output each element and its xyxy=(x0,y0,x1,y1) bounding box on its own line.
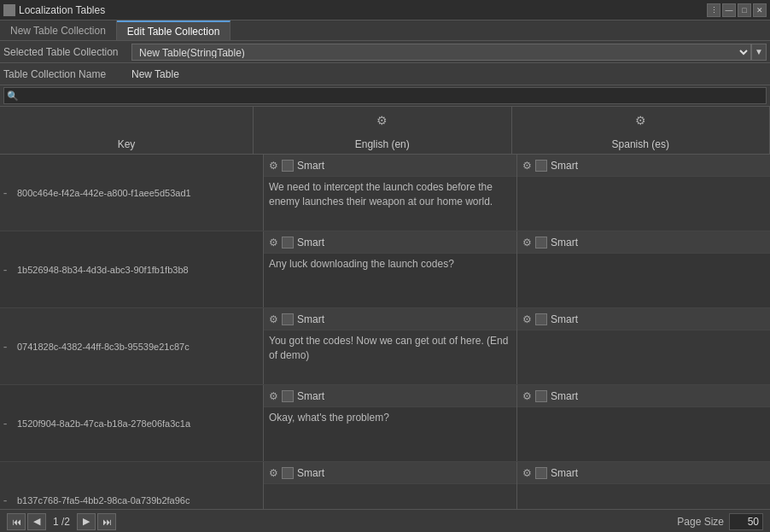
english-gear-icon[interactable]: ⚙ xyxy=(376,114,388,127)
page-size-label: Page Size xyxy=(677,516,724,528)
row-english-text[interactable]: We need to intercept the launch codes be… xyxy=(264,177,516,231)
row-spanish-text[interactable] xyxy=(517,484,770,509)
search-icon: 🔍 xyxy=(7,91,19,102)
collection-name-value: New Table xyxy=(131,68,767,80)
row-minus-btn[interactable]: - xyxy=(0,462,10,509)
tab-edit-table-collection[interactable]: Edit Table Collection xyxy=(117,20,231,40)
spanish-gear-row: ⚙ xyxy=(635,110,646,131)
page-indicator: 1 /2 xyxy=(48,516,75,528)
gear-small-icon-es: ⚙ xyxy=(522,390,532,402)
maximize-btn[interactable]: □ xyxy=(738,3,751,17)
row-key-cell: 1b526948-8b34-4d3d-abc3-90f1fb1fb3b8 xyxy=(10,231,264,307)
search-row: 🔍 xyxy=(0,85,770,107)
row-english-text[interactable]: You got the codes! Now we can get out of… xyxy=(264,330,516,384)
collection-name-label: Table Collection Name xyxy=(3,68,131,80)
smart-checkbox-es[interactable] xyxy=(535,467,547,479)
row-key-cell: b137c768-7fa5-4bb2-98ca-0a739b2fa96c xyxy=(10,462,264,509)
key-column-header: Key xyxy=(0,107,254,154)
smart-checkbox-en[interactable] xyxy=(282,237,294,248)
smart-checkbox-es[interactable] xyxy=(535,237,547,248)
smart-label-es: Smart xyxy=(551,237,578,248)
smart-label-en: Smart xyxy=(297,467,324,479)
table-row: - 1520f904-8a2b-47ca-b18a-278e06fa3c1a ⚙… xyxy=(0,385,770,462)
row-english-cell: ⚙ Smart Okay, what's the problem? xyxy=(264,385,517,461)
row-spanish-text[interactable] xyxy=(517,330,770,384)
row-english-text[interactable]: Any luck downloading the launch codes? xyxy=(264,254,516,307)
search-input[interactable] xyxy=(3,87,767,104)
gear-small-icon: ⚙ xyxy=(269,313,278,325)
first-page-btn[interactable]: ⏮ xyxy=(7,513,26,530)
row-spanish-cell: ⚙ Smart xyxy=(517,308,770,384)
row-minus-btn[interactable]: - xyxy=(0,231,10,307)
table-container: Key ⚙ English (en) ⚙ Spanish (es) - 800c… xyxy=(0,107,770,509)
row-minus-btn[interactable]: - xyxy=(0,308,10,384)
row-minus-btn[interactable]: - xyxy=(0,155,10,231)
row-spanish-text[interactable] xyxy=(517,177,770,231)
row-spanish-cell: ⚙ Smart xyxy=(517,385,770,461)
row-spanish-text[interactable] xyxy=(517,407,770,461)
smart-label-es: Smart xyxy=(551,160,578,172)
collection-name-row: Table Collection Name New Table xyxy=(0,63,770,85)
selected-collection-dropdown[interactable]: New Table(StringTable) xyxy=(131,44,751,61)
row-key-cell: 0741828c-4382-44ff-8c3b-95539e21c87c xyxy=(10,308,264,384)
table-row: - 800c464e-f42a-442e-a800-f1aee5d53ad1 ⚙… xyxy=(0,155,770,231)
gear-small-icon-es: ⚙ xyxy=(522,160,532,172)
tab-new-table-collection[interactable]: New Table Collection xyxy=(0,20,117,40)
spanish-label: Spanish (es) xyxy=(612,138,669,150)
english-label: English (en) xyxy=(355,138,410,150)
smart-label-en: Smart xyxy=(297,313,324,325)
english-gear-row: ⚙ xyxy=(376,110,388,131)
context-menu-btn[interactable]: ⋮ xyxy=(707,3,720,17)
next-page-btn[interactable]: ▶ xyxy=(77,513,96,530)
smart-checkbox-en[interactable] xyxy=(282,313,294,325)
smart-checkbox-es[interactable] xyxy=(535,160,547,172)
english-column-header: ⚙ English (en) xyxy=(254,107,512,154)
search-wrapper: 🔍 xyxy=(3,87,767,104)
smart-label-en: Smart xyxy=(297,160,324,172)
smart-label-en: Smart xyxy=(297,237,324,248)
table-row: - 1b526948-8b34-4d3d-abc3-90f1fb1fb3b8 ⚙… xyxy=(0,231,770,308)
last-page-btn[interactable]: ⏭ xyxy=(97,513,116,530)
smart-checkbox-es[interactable] xyxy=(535,390,547,402)
page-size-input[interactable] xyxy=(729,513,763,530)
smart-checkbox-en[interactable] xyxy=(282,390,294,402)
selected-collection-row: Selected Table Collection New Table(Stri… xyxy=(0,41,770,63)
pagination-controls: ⏮ ◀ 1 /2 ▶ ⏭ xyxy=(7,513,116,530)
row-english-cell: ⚙ Smart Any luck downloading the launch … xyxy=(264,231,517,307)
smart-label-es: Smart xyxy=(551,313,578,325)
window-title: Localization Tables xyxy=(19,4,105,16)
tab-bar: New Table Collection Edit Table Collecti… xyxy=(0,20,770,41)
row-english-cell: ⚙ Smart You got the codes! Now we can ge… xyxy=(264,308,517,384)
gear-small-icon: ⚙ xyxy=(269,390,278,402)
spanish-column-header: ⚙ Spanish (es) xyxy=(512,107,771,154)
window-controls: ⋮ — □ ✕ xyxy=(707,3,767,17)
gear-small-icon: ⚙ xyxy=(269,237,278,248)
row-english-text[interactable]: Okay, what's the problem? xyxy=(264,407,516,461)
smart-checkbox-es[interactable] xyxy=(535,313,547,325)
minimize-btn[interactable]: — xyxy=(722,3,736,17)
gear-small-icon-es: ⚙ xyxy=(522,237,532,248)
pagination-bar: ⏮ ◀ 1 /2 ▶ ⏭ Page Size xyxy=(0,509,770,532)
row-key-cell: 800c464e-f42a-442e-a800-f1aee5d53ad1 xyxy=(10,155,264,231)
row-english-cell: ⚙ Smart xyxy=(264,462,517,509)
spanish-gear-icon[interactable]: ⚙ xyxy=(635,114,646,127)
page-size-section: Page Size xyxy=(677,513,763,530)
app-icon xyxy=(3,4,15,16)
row-minus-btn[interactable]: - xyxy=(0,385,10,461)
row-spanish-text[interactable] xyxy=(517,254,770,307)
gear-small-icon: ⚙ xyxy=(269,467,278,479)
smart-label-es: Smart xyxy=(551,390,578,402)
row-spanish-cell: ⚙ Smart xyxy=(517,155,770,231)
prev-page-btn[interactable]: ◀ xyxy=(27,513,46,530)
smart-label-es: Smart xyxy=(551,467,578,479)
dropdown-arrow[interactable]: ▼ xyxy=(751,44,767,61)
table-rows-scroll[interactable]: - 800c464e-f42a-442e-a800-f1aee5d53ad1 ⚙… xyxy=(0,155,770,509)
row-english-cell: ⚙ Smart We need to intercept the launch … xyxy=(264,155,517,231)
gear-small-icon: ⚙ xyxy=(269,160,278,172)
smart-checkbox-en[interactable] xyxy=(282,467,294,479)
close-btn[interactable]: ✕ xyxy=(753,3,767,17)
smart-checkbox-en[interactable] xyxy=(282,160,294,172)
title-bar: Localization Tables ⋮ — □ ✕ xyxy=(0,0,770,20)
row-english-text[interactable] xyxy=(264,484,516,509)
column-headers: Key ⚙ English (en) ⚙ Spanish (es) xyxy=(0,107,770,155)
